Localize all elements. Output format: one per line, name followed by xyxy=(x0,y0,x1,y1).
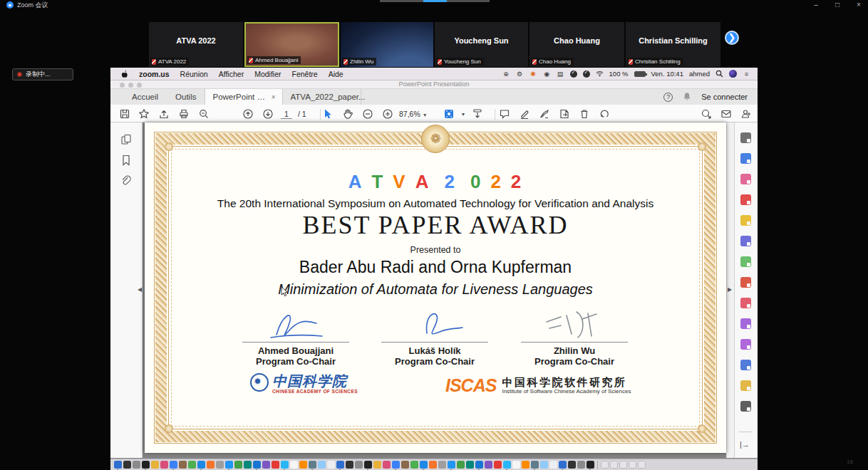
maximize-button[interactable]: □ xyxy=(830,0,845,9)
lock-status-icon[interactable]: ◉ xyxy=(543,70,551,78)
comment-icon[interactable] xyxy=(499,108,510,120)
certificates-tool-icon[interactable] xyxy=(740,360,751,370)
spotlight-search-icon[interactable] xyxy=(715,70,723,78)
recording-badge[interactable]: 录制中... xyxy=(12,68,73,80)
page-width-icon[interactable] xyxy=(472,108,483,120)
dock-app-icon[interactable] xyxy=(568,461,576,469)
dock-app-icon[interactable] xyxy=(457,461,465,469)
help-icon[interactable]: ? xyxy=(663,93,673,102)
tab-home[interactable]: Accueil xyxy=(123,89,167,105)
export-pdf-tool-icon[interactable] xyxy=(740,153,751,164)
dock-app-icon[interactable] xyxy=(364,461,372,469)
dock-app-icon[interactable] xyxy=(253,461,261,469)
menu-aide[interactable]: Aide xyxy=(329,70,343,78)
dock-app-icon[interactable] xyxy=(559,461,567,469)
menu-réunion[interactable]: Réunion xyxy=(180,70,208,78)
dock-app-icon[interactable] xyxy=(485,461,492,469)
siri-icon[interactable] xyxy=(729,70,737,78)
search-document-tool-icon[interactable] xyxy=(740,132,751,143)
dock-app-icon[interactable] xyxy=(494,461,502,469)
stamp-tool-icon[interactable] xyxy=(740,339,751,350)
dock-app-icon[interactable] xyxy=(383,461,391,469)
dock-app-icon[interactable] xyxy=(401,461,409,469)
request-signatures-tool-icon[interactable] xyxy=(740,277,751,288)
dock-app-icon[interactable] xyxy=(373,461,381,469)
left-panel-collapse-handle[interactable]: ◀ xyxy=(137,285,143,295)
menu-afficher[interactable]: Afficher xyxy=(219,70,244,78)
dock-app-icon[interactable] xyxy=(234,461,242,469)
dock-app-icon[interactable] xyxy=(244,461,252,469)
participant-tile-christian-schilling[interactable]: Christian SchillingChristian Schilling xyxy=(626,22,720,67)
highlight-icon[interactable] xyxy=(519,108,530,120)
bookmarks-icon[interactable] xyxy=(120,155,132,166)
camera-status-icon[interactable]: ▤ xyxy=(557,70,564,78)
zoom-out-icon[interactable] xyxy=(362,108,373,120)
tab-document-inactive[interactable]: ATVA_2022_paper... xyxy=(283,89,361,105)
dock-app-icon[interactable] xyxy=(151,461,159,469)
dock-app-icon[interactable] xyxy=(160,461,168,469)
dock-folder-icon[interactable] xyxy=(610,461,618,469)
dock-app-icon[interactable] xyxy=(123,461,131,469)
dock-app-icon[interactable] xyxy=(549,461,557,469)
edit-pdf-tool-icon[interactable] xyxy=(740,256,751,267)
dock-app-icon[interactable] xyxy=(466,461,474,469)
dock-app-icon[interactable] xyxy=(309,461,316,469)
shield2-status-icon[interactable] xyxy=(583,70,590,78)
menubar-user[interactable]: ahmed xyxy=(689,70,710,78)
screen-share-indicator-bar[interactable] xyxy=(380,0,490,2)
dock-app-icon[interactable] xyxy=(197,461,205,469)
participant-tile-atva-2022[interactable]: ATVA 2022ATVA 2022 xyxy=(149,22,243,67)
print-icon[interactable] xyxy=(178,108,190,120)
share-icon[interactable] xyxy=(158,108,170,120)
dock-app-icon[interactable] xyxy=(142,461,150,469)
dock-folder-icon[interactable] xyxy=(638,461,646,469)
snowflake-status-icon[interactable]: ✱ xyxy=(529,70,537,78)
settings-status-icon[interactable]: ⚙ xyxy=(516,70,524,78)
zoom-in-icon[interactable] xyxy=(382,108,393,120)
dock-app-icon[interactable] xyxy=(327,461,335,469)
dock-app-icon[interactable] xyxy=(346,461,353,469)
organize-pages-tool-icon[interactable] xyxy=(740,174,751,184)
dock-app-icon[interactable] xyxy=(188,461,196,469)
dock-folder-icon[interactable] xyxy=(619,461,627,469)
menubar-app-name[interactable]: zoom.us xyxy=(139,70,170,78)
attachments-paperclip-icon[interactable] xyxy=(120,175,132,187)
display-status-icon[interactable]: ⊕ xyxy=(502,70,510,78)
dock-app-icon[interactable] xyxy=(503,461,511,469)
dock-app-icon[interactable] xyxy=(114,461,122,469)
dock-app-icon[interactable] xyxy=(133,461,140,469)
minimize-button[interactable]: – xyxy=(808,0,824,9)
dock-app-icon[interactable] xyxy=(512,461,520,469)
dock-app-icon[interactable] xyxy=(522,461,529,469)
menubar-clock[interactable]: Ven. 10:41 xyxy=(651,70,683,78)
sign-in-link[interactable]: Se connecter xyxy=(701,93,748,101)
participant-tile-youcheng-sun[interactable]: Youcheng SunYoucheng Sun xyxy=(435,22,528,67)
fit-page-icon[interactable] xyxy=(443,108,455,120)
dock-app-icon[interactable] xyxy=(587,461,594,469)
dock-app-icon[interactable] xyxy=(448,461,455,469)
dock-app-icon[interactable] xyxy=(475,461,483,469)
dock-app-icon[interactable] xyxy=(392,461,400,469)
star-icon[interactable] xyxy=(138,108,150,120)
tab-tools[interactable]: Outils xyxy=(167,89,205,105)
export-page-icon[interactable] xyxy=(559,108,570,120)
fill-and-sign-tool-icon[interactable] xyxy=(740,298,751,308)
dock-app-icon[interactable] xyxy=(577,461,585,469)
select-tool-icon[interactable] xyxy=(322,108,334,120)
next-participants-button[interactable]: ❯ xyxy=(725,31,739,45)
zoom-search-icon[interactable] xyxy=(198,108,210,120)
dock-app-icon[interactable] xyxy=(336,461,344,469)
zoom-level-dropdown[interactable]: 87,6% ▼ xyxy=(399,110,428,118)
previous-page-icon[interactable] xyxy=(242,108,254,120)
dock-app-icon[interactable] xyxy=(429,461,437,469)
comment-tool-icon[interactable] xyxy=(740,215,751,226)
participant-tile-zhilin-wu[interactable]: Zhilin Wu xyxy=(341,22,433,67)
next-page-icon[interactable] xyxy=(262,108,274,120)
add-user-icon[interactable] xyxy=(740,108,752,120)
dock-app-icon[interactable] xyxy=(540,461,548,469)
notifications-bell-icon[interactable] xyxy=(683,92,691,103)
dock-app-icon[interactable] xyxy=(438,461,446,469)
dock-app-icon[interactable] xyxy=(290,461,298,469)
participant-tile-ahmed-bouajjani[interactable]: Ahmed Bouajjani xyxy=(244,22,339,67)
dock-app-icon[interactable] xyxy=(355,461,363,469)
